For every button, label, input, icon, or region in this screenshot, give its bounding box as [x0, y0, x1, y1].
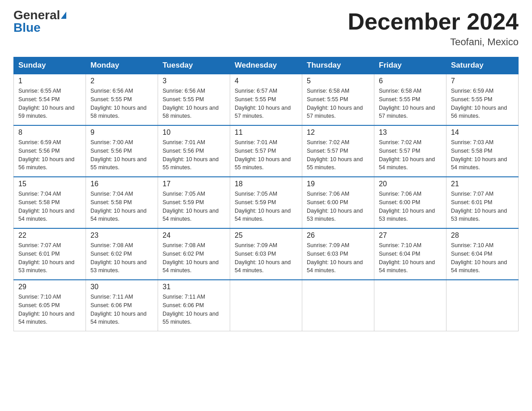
header-monday: Monday — [86, 57, 158, 74]
calendar-cell-w3-d6: 20 Sunrise: 7:06 AM Sunset: 6:00 PM Dayl… — [374, 177, 446, 228]
day-number: 22 — [18, 231, 81, 240]
calendar-cell-w4-d3: 24 Sunrise: 7:08 AM Sunset: 6:02 PM Dayl… — [158, 228, 230, 280]
header-saturday: Saturday — [446, 57, 519, 74]
header-tuesday: Tuesday — [158, 57, 230, 74]
calendar-cell-w1-d3: 3 Sunrise: 6:56 AM Sunset: 5:55 PM Dayli… — [158, 74, 230, 125]
day-number: 18 — [235, 180, 297, 188]
day-number: 31 — [163, 283, 225, 291]
calendar-cell-w2-d6: 13 Sunrise: 7:02 AM Sunset: 5:57 PM Dayl… — [374, 125, 446, 177]
day-number: 13 — [379, 128, 442, 137]
day-info: Sunrise: 7:10 AM Sunset: 6:04 PM Dayligh… — [451, 241, 514, 275]
day-info: Sunrise: 7:07 AM Sunset: 6:01 PM Dayligh… — [18, 241, 81, 275]
calendar-cell-w1-d5: 5 Sunrise: 6:58 AM Sunset: 5:55 PM Dayli… — [302, 74, 374, 125]
calendar-cell-w2-d7: 14 Sunrise: 7:03 AM Sunset: 5:58 PM Dayl… — [446, 125, 519, 177]
day-info: Sunrise: 7:06 AM Sunset: 6:00 PM Dayligh… — [379, 190, 442, 223]
day-number: 11 — [235, 128, 297, 137]
calendar-cell-w4-d1: 22 Sunrise: 7:07 AM Sunset: 6:01 PM Dayl… — [14, 228, 86, 280]
day-info: Sunrise: 7:09 AM Sunset: 6:03 PM Dayligh… — [235, 241, 297, 275]
day-number: 20 — [379, 180, 442, 188]
day-info: Sunrise: 6:57 AM Sunset: 5:55 PM Dayligh… — [235, 87, 297, 120]
calendar-cell-w2-d4: 11 Sunrise: 7:01 AM Sunset: 5:57 PM Dayl… — [230, 125, 302, 177]
day-number: 1 — [18, 77, 81, 85]
day-info: Sunrise: 7:07 AM Sunset: 6:01 PM Dayligh… — [451, 190, 514, 223]
day-info: Sunrise: 7:06 AM Sunset: 6:00 PM Dayligh… — [307, 190, 369, 223]
day-number: 9 — [90, 128, 153, 137]
day-info: Sunrise: 7:01 AM Sunset: 5:56 PM Dayligh… — [163, 138, 225, 172]
day-info: Sunrise: 7:02 AM Sunset: 5:57 PM Dayligh… — [307, 138, 369, 172]
day-info: Sunrise: 6:56 AM Sunset: 5:55 PM Dayligh… — [90, 87, 153, 120]
calendar-cell-w5-d7 — [446, 280, 519, 331]
calendar-cell-w5-d5 — [302, 280, 374, 331]
day-number: 30 — [90, 283, 153, 291]
calendar-header-row: Sunday Monday Tuesday Wednesday Thursday… — [14, 57, 519, 74]
day-info: Sunrise: 6:55 AM Sunset: 5:54 PM Dayligh… — [18, 87, 81, 120]
day-number: 14 — [451, 128, 514, 137]
header-wednesday: Wednesday — [230, 57, 302, 74]
day-number: 25 — [235, 231, 297, 240]
calendar-cell-w4-d6: 27 Sunrise: 7:10 AM Sunset: 6:04 PM Dayl… — [374, 228, 446, 280]
calendar-cell-w4-d7: 28 Sunrise: 7:10 AM Sunset: 6:04 PM Dayl… — [446, 228, 519, 280]
calendar-cell-w2-d2: 9 Sunrise: 7:00 AM Sunset: 5:56 PM Dayli… — [86, 125, 158, 177]
logo-blue-text: Blue — [13, 21, 41, 34]
calendar-cell-w2-d1: 8 Sunrise: 6:59 AM Sunset: 5:56 PM Dayli… — [14, 125, 86, 177]
day-number: 4 — [235, 77, 297, 85]
day-number: 12 — [307, 128, 369, 137]
calendar-week-4: 22 Sunrise: 7:07 AM Sunset: 6:01 PM Dayl… — [14, 228, 519, 280]
day-number: 26 — [307, 231, 369, 240]
logo: General Blue — [13, 9, 66, 34]
calendar-week-2: 8 Sunrise: 6:59 AM Sunset: 5:56 PM Dayli… — [14, 125, 519, 177]
calendar-cell-w1-d4: 4 Sunrise: 6:57 AM Sunset: 5:55 PM Dayli… — [230, 74, 302, 125]
day-info: Sunrise: 7:09 AM Sunset: 6:03 PM Dayligh… — [307, 241, 369, 275]
calendar-cell-w5-d4 — [230, 280, 302, 331]
day-info: Sunrise: 6:59 AM Sunset: 5:55 PM Dayligh… — [451, 87, 514, 120]
calendar-cell-w4-d5: 26 Sunrise: 7:09 AM Sunset: 6:03 PM Dayl… — [302, 228, 374, 280]
day-number: 29 — [18, 283, 81, 291]
title-area: December 2024 Teofani, Mexico — [348, 9, 519, 48]
day-number: 10 — [163, 128, 225, 137]
calendar-cell-w5-d1: 29 Sunrise: 7:10 AM Sunset: 6:05 PM Dayl… — [14, 280, 86, 331]
day-number: 15 — [18, 180, 81, 188]
day-number: 16 — [90, 180, 153, 188]
calendar-cell-w3-d1: 15 Sunrise: 7:04 AM Sunset: 5:58 PM Dayl… — [14, 177, 86, 228]
day-number: 8 — [18, 128, 81, 137]
day-number: 19 — [307, 180, 369, 188]
header-thursday: Thursday — [302, 57, 374, 74]
day-info: Sunrise: 7:10 AM Sunset: 6:05 PM Dayligh… — [18, 293, 81, 326]
day-info: Sunrise: 7:08 AM Sunset: 6:02 PM Dayligh… — [163, 241, 225, 275]
day-info: Sunrise: 7:00 AM Sunset: 5:56 PM Dayligh… — [90, 138, 153, 172]
calendar-week-1: 1 Sunrise: 6:55 AM Sunset: 5:54 PM Dayli… — [14, 74, 519, 125]
calendar-cell-w3-d3: 17 Sunrise: 7:05 AM Sunset: 5:59 PM Dayl… — [158, 177, 230, 228]
day-number: 24 — [163, 231, 225, 240]
calendar-cell-w1-d1: 1 Sunrise: 6:55 AM Sunset: 5:54 PM Dayli… — [14, 74, 86, 125]
day-number: 28 — [451, 231, 514, 240]
calendar-cell-w1-d7: 7 Sunrise: 6:59 AM Sunset: 5:55 PM Dayli… — [446, 74, 519, 125]
calendar-week-5: 29 Sunrise: 7:10 AM Sunset: 6:05 PM Dayl… — [14, 280, 519, 331]
day-number: 2 — [90, 77, 153, 85]
day-info: Sunrise: 7:04 AM Sunset: 5:58 PM Dayligh… — [90, 190, 153, 223]
day-number: 27 — [379, 231, 442, 240]
day-number: 21 — [451, 180, 514, 188]
day-info: Sunrise: 7:08 AM Sunset: 6:02 PM Dayligh… — [90, 241, 153, 275]
day-info: Sunrise: 7:10 AM Sunset: 6:04 PM Dayligh… — [379, 241, 442, 275]
day-info: Sunrise: 7:04 AM Sunset: 5:58 PM Dayligh… — [18, 190, 81, 223]
day-info: Sunrise: 7:01 AM Sunset: 5:57 PM Dayligh… — [235, 138, 297, 172]
day-info: Sunrise: 7:11 AM Sunset: 6:06 PM Dayligh… — [163, 293, 225, 326]
day-number: 17 — [163, 180, 225, 188]
day-number: 23 — [90, 231, 153, 240]
day-number: 3 — [163, 77, 225, 85]
day-info: Sunrise: 7:02 AM Sunset: 5:57 PM Dayligh… — [379, 138, 442, 172]
day-info: Sunrise: 7:05 AM Sunset: 5:59 PM Dayligh… — [163, 190, 225, 223]
calendar-cell-w5-d6 — [374, 280, 446, 331]
calendar-cell-w2-d3: 10 Sunrise: 7:01 AM Sunset: 5:56 PM Dayl… — [158, 125, 230, 177]
calendar-cell-w1-d6: 6 Sunrise: 6:58 AM Sunset: 5:55 PM Dayli… — [374, 74, 446, 125]
day-number: 5 — [307, 77, 369, 85]
day-number: 7 — [451, 77, 514, 85]
day-info: Sunrise: 7:05 AM Sunset: 5:59 PM Dayligh… — [235, 190, 297, 223]
calendar-table: Sunday Monday Tuesday Wednesday Thursday… — [13, 57, 519, 331]
calendar-cell-w4-d4: 25 Sunrise: 7:09 AM Sunset: 6:03 PM Dayl… — [230, 228, 302, 280]
header-sunday: Sunday — [14, 57, 86, 74]
day-info: Sunrise: 6:58 AM Sunset: 5:55 PM Dayligh… — [307, 87, 369, 120]
day-info: Sunrise: 7:03 AM Sunset: 5:58 PM Dayligh… — [451, 138, 514, 172]
calendar-cell-w1-d2: 2 Sunrise: 6:56 AM Sunset: 5:55 PM Dayli… — [86, 74, 158, 125]
calendar-cell-w4-d2: 23 Sunrise: 7:08 AM Sunset: 6:02 PM Dayl… — [86, 228, 158, 280]
